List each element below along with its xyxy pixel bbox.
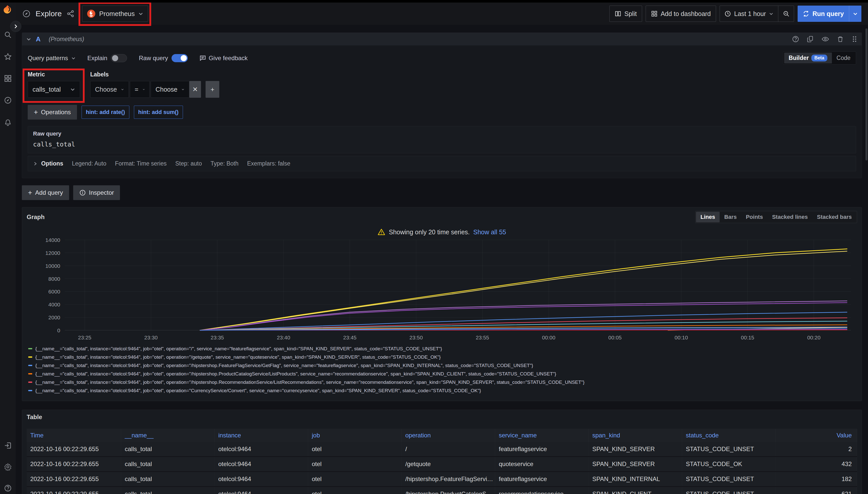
hide-response-eye-icon[interactable]	[821, 35, 829, 43]
legend-label: {__name__="calls_total", instance="otelc…	[35, 371, 556, 377]
comment-icon	[199, 55, 206, 61]
legend-item[interactable]: {__name__="calls_total", instance="otelc…	[28, 386, 857, 395]
drag-handle-icon[interactable]	[851, 36, 857, 43]
graph-mode-bars[interactable]: Bars	[720, 212, 741, 222]
sign-in-icon[interactable]	[3, 441, 12, 450]
legend-item[interactable]: {__name__="calls_total", instance="otelc…	[28, 369, 857, 378]
remove-query-trash-icon[interactable]	[837, 36, 844, 43]
builder-mode-tab[interactable]: Builder Beta	[784, 53, 832, 63]
editor-mode-switcher: Builder Beta Code	[783, 52, 856, 64]
table-row[interactable]: 2022-10-16 00:22:29.655calls_totalotelco…	[27, 442, 857, 457]
option-summary-item: Step: auto	[175, 160, 202, 167]
svg-text:23:30: 23:30	[144, 335, 158, 340]
code-mode-tab[interactable]: Code	[832, 53, 855, 63]
remove-label-button[interactable]: ✕	[189, 81, 201, 98]
table-header-row: Time__name__instancejoboperationservice_…	[27, 429, 857, 442]
table-cell: otel	[308, 442, 402, 456]
column-header-operation[interactable]: operation	[402, 429, 495, 442]
add-label-button[interactable]: +	[205, 81, 219, 98]
svg-text:0: 0	[57, 327, 60, 333]
query-hint-button-0[interactable]: hint: add rate()	[82, 106, 129, 119]
datasource-picker[interactable]: Prometheus	[82, 5, 148, 22]
add-to-dashboard-button[interactable]: Add to dashboard	[646, 5, 716, 22]
graph-mode-stacked-bars[interactable]: Stacked bars	[812, 212, 856, 222]
give-feedback-link[interactable]: Give feedback	[199, 55, 248, 62]
table-cell: otelcol:9464	[215, 457, 308, 471]
time-range-button[interactable]: Last 1 hour	[720, 6, 778, 22]
settings-icon[interactable]	[3, 462, 12, 471]
metric-select[interactable]: calls_total	[28, 81, 80, 98]
legend-label: {__name__="calls_total", instance="otelc…	[35, 380, 584, 385]
legend-item[interactable]: {__name__="calls_total", instance="otelc…	[28, 378, 857, 386]
column-header-name[interactable]: __name__	[121, 429, 215, 442]
legend-clipped-row: {__name__="calls_total", instance="otelc…	[27, 395, 857, 397]
show-all-series-link[interactable]: Show all 55	[473, 228, 506, 236]
query-patterns-dropdown[interactable]: Query patterns	[28, 55, 76, 62]
options-summary: Legend: AutoFormat: Time seriesStep: aut…	[72, 160, 290, 167]
explain-toggle[interactable]	[111, 54, 127, 62]
collapse-chevron-icon[interactable]	[26, 37, 31, 42]
run-query-dropdown[interactable]	[849, 5, 862, 22]
help-icon[interactable]	[3, 484, 12, 493]
label-operator-select[interactable]: =	[130, 81, 150, 98]
time-series-chart[interactable]: 0200040006000800010000120001400023:2523:…	[27, 238, 857, 342]
explore-compass-icon	[22, 10, 31, 18]
column-header-servicename[interactable]: service_name	[495, 429, 589, 442]
query-help-icon[interactable]	[792, 36, 799, 43]
legend-item[interactable]: {__name__="calls_total", instance="otelc…	[28, 353, 857, 361]
table-row[interactable]: 2022-10-16 00:22:29.655calls_totalotelco…	[27, 472, 857, 487]
query-hint-button-1[interactable]: hint: add sum()	[134, 106, 183, 119]
inspector-button[interactable]: Inspector	[73, 185, 120, 200]
series-limit-warning: Showing only 20 time series. Show all 55	[27, 228, 857, 236]
top-strip	[0, 0, 868, 2]
label-key-select[interactable]: Choose	[90, 81, 129, 98]
add-operation-button[interactable]: + Operations	[28, 105, 77, 119]
hint-buttons: hint: add rate()hint: add sum()	[82, 106, 183, 119]
table-row[interactable]: 2022-10-16 00:22:29.655calls_totalotelco…	[27, 457, 857, 472]
legend-item[interactable]: {__name__="calls_total", instance="otelc…	[28, 344, 857, 353]
table-cell: otelcol:9464	[215, 472, 308, 486]
graph-mode-stacked-lines[interactable]: Stacked lines	[767, 212, 812, 222]
legend-item[interactable]: {__name__="calls_total", instance="otelc…	[28, 361, 857, 369]
column-header-instance[interactable]: instance	[215, 429, 308, 442]
table-cell: featureflagservice	[495, 442, 589, 456]
table-cell: STATUS_CODE_UNSET	[682, 472, 776, 486]
add-query-button[interactable]: + Add query	[22, 185, 69, 200]
alerting-icon[interactable]	[3, 118, 12, 127]
table-cell: featureflagservice	[495, 472, 589, 486]
table-cell: calls_total	[121, 442, 215, 456]
split-button[interactable]: Split	[609, 5, 642, 22]
table-cell: SPAN_KIND_CLIENT	[589, 487, 682, 494]
column-header-spankind[interactable]: span_kind	[589, 429, 682, 442]
table-row[interactable]: 2022-10-16 00:22:29.655calls_totalotelco…	[27, 487, 857, 494]
run-query-button[interactable]: Run query	[798, 5, 862, 22]
column-header-statuscode[interactable]: status_code	[682, 429, 776, 442]
starred-icon[interactable]	[3, 52, 12, 61]
raw-query-toggle[interactable]	[171, 54, 188, 62]
duplicate-query-icon[interactable]	[807, 36, 814, 43]
grafana-logo[interactable]	[2, 4, 14, 16]
table-cell: otelcol:9464	[215, 442, 308, 456]
options-expand[interactable]: Options	[33, 160, 63, 167]
scrollbar-thumb[interactable]	[866, 28, 868, 160]
search-icon[interactable]	[3, 31, 12, 39]
column-header-job[interactable]: job	[308, 429, 402, 442]
datasource-name: Prometheus	[99, 10, 135, 18]
share-icon[interactable]	[67, 10, 74, 18]
dashboards-icon[interactable]	[3, 74, 12, 83]
option-summary-item: Type: Both	[211, 160, 239, 167]
table-cell: /	[402, 442, 495, 456]
query-options-row: Options Legend: AutoFormat: Time seriesS…	[28, 156, 856, 171]
query-row-header[interactable]: A (Prometheus)	[22, 33, 862, 45]
graph-mode-lines[interactable]: Lines	[696, 212, 720, 222]
graph-panel-title: Graph	[27, 213, 45, 221]
grafana-explore-page: Explore Prometheus Spl	[0, 0, 868, 494]
explore-icon[interactable]	[3, 96, 12, 104]
graph-mode-points[interactable]: Points	[741, 212, 767, 222]
sidebar-expand-button[interactable]	[10, 21, 21, 32]
label-value-select[interactable]: Choose	[151, 81, 189, 98]
column-header-value[interactable]: Value	[776, 429, 857, 442]
zoom-out-time-button[interactable]	[778, 6, 794, 22]
table-cell: 2022-10-16 00:22:29.655	[27, 472, 121, 486]
column-header-time[interactable]: Time	[27, 429, 121, 442]
